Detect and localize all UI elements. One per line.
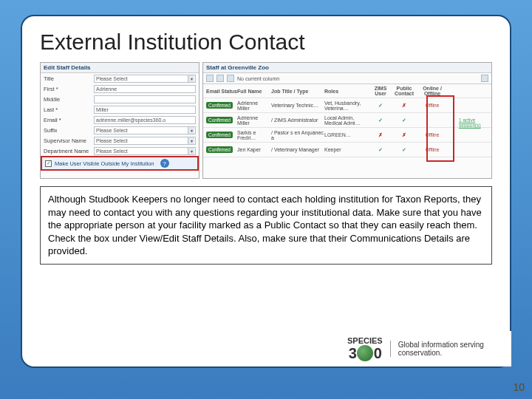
label-middle: Middle [44, 96, 94, 103]
logo-text-species: SPECIES [347, 336, 383, 345]
public-visibility-label: Make User Visible Outside My Institution [55, 160, 154, 167]
col-roles: Roles [324, 89, 370, 94]
field-title: Title Please Select▾ [41, 73, 199, 83]
cell-title: Veterinary Technic… [271, 103, 324, 108]
select-supervisor[interactable]: Please Select▾ [94, 137, 196, 145]
col-onoff: Online / Offline [417, 86, 447, 96]
grid-toolbar: No current column [203, 73, 491, 84]
globe-icon [357, 345, 373, 361]
check-icon: ✓ [370, 147, 391, 153]
refresh-icon[interactable] [216, 75, 224, 82]
logo-tagline: Global information serving conservation. [390, 341, 505, 357]
col-zims: ZIMS User [370, 86, 391, 96]
label-email: Email * [44, 117, 94, 123]
cell-roles: Keeper [324, 147, 370, 152]
staff-grid-header: Staff at Greenville Zoo [203, 63, 491, 73]
public-visibility-checkbox[interactable]: ✓ [45, 160, 52, 167]
toolbar-note: No current column [237, 76, 279, 81]
add-icon[interactable] [206, 75, 214, 82]
table-row[interactable]: Confirmed Adrienne Miller / ZIMS Adminis… [203, 113, 491, 128]
logo-text-360: 3 0 [349, 345, 381, 362]
col-name: Full Name [237, 89, 271, 94]
active-session-link[interactable]: 1 active session(s) [459, 117, 488, 128]
slide-card: External Institution Contact Edit Staff … [21, 15, 511, 368]
status-badge: Confirmed [206, 146, 233, 153]
label-suffix: Suffix [44, 127, 94, 134]
input-first[interactable]: Adrienne [94, 85, 196, 93]
status-badge: Confirmed [206, 102, 233, 109]
field-suffix: Suffix Please Select▾ [41, 125, 199, 135]
col-pub: Public Contact [391, 86, 417, 96]
edit-staff-header: Edit Staff Details [41, 63, 199, 73]
table-row[interactable]: Confirmed Adrienne Miller Veterinary Tec… [203, 98, 491, 113]
label-last: Last * [44, 106, 94, 113]
input-middle[interactable] [94, 95, 196, 103]
screenshot-row: Edit Staff Details Title Please Select▾ … [40, 62, 492, 179]
grid-header-row: Email Status Full Name Job Title / Type … [203, 84, 491, 98]
x-icon: ✗ [370, 132, 391, 138]
status-badge: Confirmed [206, 132, 233, 138]
page-number: 10 [513, 381, 525, 393]
cell-roles: Vet, Husbandry, Veterina… [324, 100, 370, 111]
field-email: Email * adrienne.miller@species360.o [41, 115, 199, 125]
cell-name: Sarkis e Fredri… [237, 130, 271, 140]
cell-name: Adrienne Miller [237, 115, 271, 126]
check-icon: ✓ [391, 147, 417, 153]
offline-icon: Offline [417, 147, 447, 152]
label-first: First * [44, 86, 94, 92]
input-last[interactable]: Miller [94, 106, 196, 114]
label-department: Department Name [44, 148, 94, 154]
x-icon: ✗ [391, 103, 417, 109]
col-status: Email Status [206, 89, 237, 94]
slide-stage: External Institution Contact Edit Staff … [0, 0, 532, 399]
col-title: Job Title / Type [271, 89, 324, 94]
chevron-down-icon[interactable]: ▾ [188, 127, 194, 134]
chevron-down-icon[interactable]: ▾ [188, 75, 194, 82]
check-icon: ✓ [391, 117, 417, 123]
label-title: Title [44, 75, 94, 82]
cell-roles: LGREEN… [324, 132, 370, 137]
check-icon: ✓ [370, 103, 391, 109]
public-visibility-row: ✓ Make User Visible Outside My Instituti… [41, 156, 199, 171]
help-icon[interactable]: ? [160, 159, 169, 168]
field-last: Last * Miller [41, 104, 199, 115]
select-suffix[interactable]: Please Select▾ [94, 126, 196, 134]
offline-icon: Offline [417, 103, 447, 108]
input-email[interactable]: adrienne.miller@species360.o [94, 116, 196, 124]
label-supervisor: Supervisor Name [44, 137, 94, 144]
cell-title: / Veterinary Manager [271, 147, 324, 152]
cell-title: / Pastor s en Arquánec a [271, 130, 324, 140]
chevron-down-icon[interactable]: ▾ [188, 137, 194, 144]
staff-grid-panel: Staff at Greenville Zoo No current colum… [202, 62, 492, 179]
cell-name: Jen Kaper [237, 147, 271, 152]
export-icon[interactable] [227, 75, 234, 82]
status-badge: Confirmed [206, 117, 233, 123]
explanatory-note: Although Studbook Keepers no longer need… [40, 186, 492, 265]
gear-icon[interactable] [481, 75, 488, 82]
species360-logo: SPECIES 3 0 Global information serving c… [341, 331, 511, 366]
field-supervisor: Supervisor Name Please Select▾ [41, 135, 199, 146]
table-row[interactable]: Confirmed Sarkis e Fredri… / Pastor s en… [203, 128, 491, 143]
table-row[interactable]: Confirmed Jen Kaper / Veterinary Manager… [203, 143, 491, 157]
select-title[interactable]: Please Select▾ [94, 75, 196, 83]
cell-name: Adrienne Miller [237, 100, 271, 111]
cell-roles: Local Admin, Medical Admi… [324, 115, 370, 126]
page-title: External Institution Contact [40, 30, 492, 55]
check-icon: ✓ [370, 117, 391, 123]
field-department: Department Name Please Select▾ [41, 146, 199, 156]
chevron-down-icon[interactable]: ▾ [188, 148, 194, 154]
edit-staff-panel: Edit Staff Details Title Please Select▾ … [40, 62, 200, 179]
field-middle: Middle [41, 94, 199, 104]
field-first: First * Adrienne [41, 83, 199, 94]
offline-icon: Offline [417, 132, 447, 137]
select-department[interactable]: Please Select▾ [94, 147, 196, 155]
cell-title: / ZIMS Administrator [271, 117, 324, 123]
logo-mark: SPECIES 3 0 [347, 336, 383, 362]
x-icon: ✗ [391, 132, 417, 138]
